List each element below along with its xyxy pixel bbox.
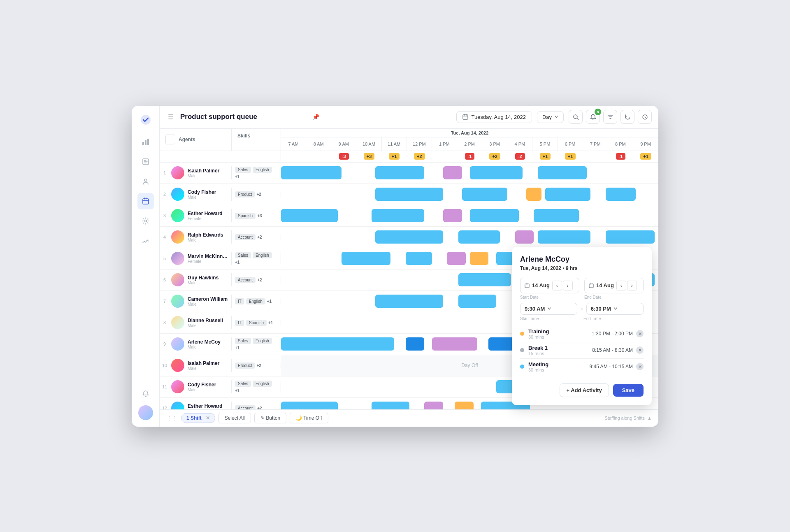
history-button[interactable] bbox=[638, 110, 652, 124]
shift-block[interactable] bbox=[526, 188, 541, 201]
time-slot-header: 8 PM bbox=[608, 137, 633, 151]
shift-block[interactable] bbox=[534, 209, 579, 222]
timeline-cell[interactable] bbox=[281, 227, 658, 248]
sidebar-item-schedule[interactable] bbox=[137, 193, 154, 209]
agent-info: Ralph EdwardsMale bbox=[170, 230, 232, 244]
start-date-prev[interactable]: ‹ bbox=[552, 281, 562, 290]
agent-gender: Male bbox=[188, 323, 228, 328]
date-text: Tuesday, Aug 14, 2022 bbox=[472, 114, 526, 120]
filter-button[interactable] bbox=[603, 110, 617, 124]
activity-remove-button[interactable]: ✕ bbox=[636, 363, 644, 370]
shift-block[interactable] bbox=[406, 337, 425, 351]
agent-name: Marvin McKinney bbox=[188, 253, 228, 259]
chevron-down-icon bbox=[554, 115, 558, 119]
schedule-header: Agents Skills Tue, Aug 14, 2022 7 AM8 AM… bbox=[160, 129, 658, 151]
shift-block[interactable] bbox=[538, 166, 587, 179]
shift-block[interactable] bbox=[538, 230, 590, 244]
shift-block[interactable] bbox=[545, 188, 590, 201]
shift-block[interactable] bbox=[470, 252, 489, 265]
shift-block[interactable] bbox=[375, 166, 424, 179]
pin-icon[interactable]: 📌 bbox=[312, 114, 319, 120]
timeline-cell[interactable] bbox=[281, 184, 658, 205]
shift-block[interactable] bbox=[281, 402, 338, 409]
add-activity-button[interactable]: + Add Activity bbox=[560, 383, 609, 397]
timeline-cell[interactable] bbox=[281, 163, 658, 184]
shift-block[interactable] bbox=[515, 230, 534, 244]
shift-block[interactable] bbox=[375, 230, 443, 244]
agent-info: Dianne RussellMale bbox=[170, 316, 232, 329]
skill-tag: IT bbox=[235, 298, 244, 304]
end-date-prev[interactable]: ‹ bbox=[616, 281, 626, 290]
date-labels: Start Date End Date bbox=[520, 295, 644, 300]
shift-block[interactable] bbox=[462, 188, 507, 201]
time-off-button[interactable]: 🌙 Time Off bbox=[290, 413, 328, 423]
sidebar-item-reports[interactable] bbox=[137, 153, 154, 170]
shift-block[interactable] bbox=[432, 337, 477, 351]
notification-button[interactable]: 8 bbox=[586, 110, 600, 124]
shift-block[interactable] bbox=[470, 209, 519, 222]
sidebar-item-settings[interactable] bbox=[137, 213, 154, 229]
drag-handle[interactable]: ⋮⋮ bbox=[166, 415, 178, 421]
svg-rect-10 bbox=[525, 284, 529, 288]
skill-more: +2 bbox=[256, 363, 261, 368]
shift-block[interactable] bbox=[455, 402, 474, 409]
shift-block[interactable] bbox=[458, 295, 496, 308]
table-row[interactable]: 1Isaiah PalmerMaleSalesEnglish+1 bbox=[160, 163, 658, 184]
shift-block[interactable] bbox=[443, 209, 462, 222]
table-row[interactable]: 3Esther HowardFemaleSpanish+3 bbox=[160, 205, 658, 227]
shift-block[interactable] bbox=[606, 188, 636, 201]
agent-info: Cody FisherMale bbox=[170, 380, 232, 393]
shift-block[interactable] bbox=[443, 166, 462, 179]
shift-block[interactable] bbox=[424, 402, 443, 409]
shift-block[interactable] bbox=[406, 252, 432, 265]
shift-block[interactable] bbox=[372, 209, 424, 222]
diff-badge: +3 bbox=[364, 153, 375, 160]
shift-pill-close[interactable]: ✕ bbox=[206, 415, 210, 421]
sidebar-item-chart[interactable] bbox=[137, 232, 154, 249]
refresh-button[interactable] bbox=[620, 110, 634, 124]
user-avatar[interactable] bbox=[138, 405, 153, 420]
shift-block[interactable] bbox=[342, 252, 390, 265]
activity-info: Break 115 mins bbox=[528, 345, 592, 356]
shift-block[interactable] bbox=[470, 166, 523, 179]
end-date-next[interactable]: › bbox=[627, 281, 637, 290]
shift-block[interactable] bbox=[458, 273, 511, 286]
activity-remove-button[interactable]: ✕ bbox=[636, 330, 644, 337]
table-row[interactable]: 2Cody FisherMaleProduct+2 bbox=[160, 184, 658, 205]
timeline-cell[interactable] bbox=[281, 205, 658, 226]
start-date-selector[interactable]: 14 Aug ‹ › bbox=[520, 278, 579, 293]
end-time-selector[interactable]: 6:30 PM bbox=[586, 303, 644, 315]
shift-block[interactable] bbox=[375, 188, 443, 201]
end-date-value: 14 Aug bbox=[596, 282, 614, 288]
table-row[interactable]: 4Ralph EdwardsMaleAccount+2 bbox=[160, 227, 658, 248]
time-slot-header: 10 AM bbox=[356, 137, 381, 151]
shift-block[interactable] bbox=[281, 209, 338, 222]
activity-remove-button[interactable]: ✕ bbox=[636, 346, 644, 354]
button-action-button[interactable]: ✎ Button bbox=[254, 413, 286, 423]
shift-block[interactable] bbox=[447, 252, 466, 265]
sidebar-item-analytics[interactable] bbox=[137, 134, 154, 150]
date-picker[interactable]: Tuesday, Aug 14, 2022 bbox=[456, 111, 532, 123]
start-date-next[interactable]: › bbox=[563, 281, 573, 290]
end-date-calendar-icon bbox=[589, 283, 594, 288]
select-all-checkbox[interactable] bbox=[165, 135, 175, 144]
agent-gender: Male bbox=[188, 366, 228, 371]
sidebar-item-notifications[interactable] bbox=[137, 386, 154, 402]
shift-block[interactable] bbox=[372, 402, 409, 409]
shift-block[interactable] bbox=[375, 295, 443, 308]
search-button[interactable] bbox=[569, 110, 583, 124]
agent-info: Guy HawkinsMale bbox=[170, 273, 232, 286]
select-all-button[interactable]: Select All bbox=[218, 413, 251, 423]
shift-block[interactable] bbox=[606, 230, 655, 244]
save-button[interactable]: Save bbox=[613, 384, 644, 397]
shift-block[interactable] bbox=[458, 230, 500, 244]
sidebar-item-contacts[interactable] bbox=[137, 173, 154, 190]
svg-rect-2 bbox=[147, 139, 149, 145]
shift-block[interactable] bbox=[281, 337, 394, 351]
shift-block[interactable] bbox=[281, 166, 342, 179]
end-date-selector[interactable]: 14 Aug ‹ › bbox=[584, 278, 644, 293]
menu-icon[interactable]: ☰ bbox=[166, 112, 175, 123]
start-time-selector[interactable]: 9:30 AM bbox=[520, 303, 577, 315]
row-number: 2 bbox=[160, 192, 170, 197]
view-selector[interactable]: Day bbox=[537, 111, 564, 123]
